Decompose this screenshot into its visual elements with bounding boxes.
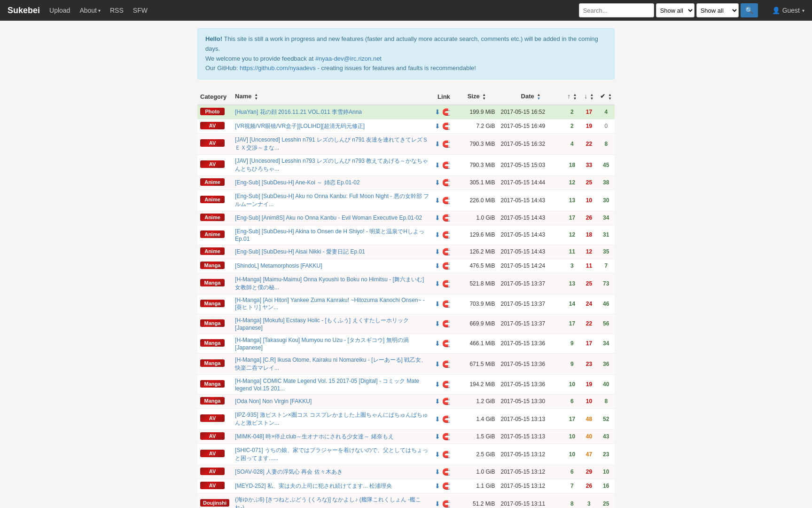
torrent-name-link[interactable]: [H-Manga] [C.R] Ikusa Otome, Kairaku ni … [235, 357, 427, 371]
magnet-icon[interactable]: 🧲 [442, 108, 450, 116]
torrent-name-link[interactable]: [IPZ-935] 激ピストン×圏コス コスプレかました上圏ちゃんにばちゅんばち… [235, 412, 428, 426]
cell-up: 7 [563, 479, 580, 493]
torrent-name-link[interactable]: [JAV] [Uncesored] Lesshin n793 レズのしんび n7… [235, 158, 428, 172]
download-icon[interactable]: ⬇ [435, 280, 440, 287]
cell-category: AV [197, 119, 232, 133]
rss-link[interactable]: RSS [110, 7, 124, 14]
download-icon[interactable]: ⬇ [435, 415, 440, 423]
download-icon[interactable]: ⬇ [435, 140, 440, 148]
download-icon[interactable]: ⬇ [435, 108, 440, 116]
magnet-icon[interactable]: 🧲 [442, 360, 450, 368]
cell-ck: 46 [597, 294, 615, 314]
torrent-name-link[interactable]: [SHIC-071] うちの娘、家ではブラジャーを着けないので、父としてはちょっ… [235, 447, 428, 461]
download-icon[interactable]: ⬇ [435, 262, 440, 270]
cell-dn: 18 [580, 225, 597, 245]
magnet-icon[interactable]: 🧲 [442, 482, 450, 490]
download-icon[interactable]: ⬇ [435, 433, 440, 440]
category-select[interactable]: Show all Art Real Life Anime Manga Games [656, 3, 695, 17]
torrent-name-link[interactable]: [H-Manga] [Mokufu] Ecstasy Holic - [もくふう… [235, 317, 408, 331]
torrent-name-link[interactable]: [Eng-Sub] [SubDesu-H] Akina to Onsen de … [235, 228, 424, 242]
cell-up: 13 [563, 273, 580, 294]
magnet-icon[interactable]: 🧲 [442, 248, 450, 255]
download-icon[interactable]: ⬇ [435, 214, 440, 222]
magnet-icon[interactable]: 🧲 [442, 262, 450, 270]
cell-link: ⬇ 🧲 [432, 105, 455, 119]
about-dropdown[interactable]: About ▾ [79, 7, 101, 14]
filter-select[interactable]: Show all Safe Borderline Adult [696, 3, 739, 17]
download-icon[interactable]: ⬇ [435, 482, 440, 490]
magnet-icon[interactable]: 🧲 [442, 340, 450, 347]
download-icon[interactable]: ⬇ [435, 340, 440, 347]
magnet-icon[interactable]: 🧲 [442, 280, 450, 287]
table-row: Doujinshi (海ゆかぶ6) [きつねとぶどう (くろな)] なかよし♪ … [197, 493, 615, 508]
torrent-name-link[interactable]: [H-Manga] COMIC Mate Legend Vol. 15 2017… [235, 378, 419, 392]
col-header-ck[interactable]: ✔ ▲▼ [597, 89, 615, 105]
magnet-icon[interactable]: 🧲 [442, 320, 450, 327]
download-icon[interactable]: ⬇ [435, 468, 440, 476]
download-icon[interactable]: ⬇ [435, 122, 440, 130]
download-icon[interactable]: ⬇ [435, 248, 440, 255]
col-header-up[interactable]: ↑ ▲▼ [563, 89, 580, 105]
magnet-icon[interactable]: 🧲 [442, 122, 450, 130]
download-icon[interactable]: ⬇ [435, 197, 440, 204]
search-button[interactable]: 🔍 [741, 3, 758, 17]
magnet-icon[interactable]: 🧲 [442, 179, 450, 186]
download-icon[interactable]: ⬇ [435, 161, 440, 169]
download-icon[interactable]: ⬇ [435, 397, 440, 405]
download-icon[interactable]: ⬇ [435, 451, 440, 458]
torrent-name-link[interactable]: [Eng-Sub] [Anim8S] Aku no Onna Kanbu - E… [235, 214, 422, 221]
download-icon[interactable]: ⬇ [435, 381, 440, 388]
torrent-name-link[interactable]: [VR视频/VR眼镜/VR盒子][LOLIHD][超清无码元修正] [235, 123, 365, 129]
magnet-icon[interactable]: 🧲 [442, 197, 450, 204]
download-icon[interactable]: ⬇ [435, 500, 440, 508]
torrent-name-link[interactable]: [H-Manga] [Takasugi Kou] Mumyou no Uzu -… [235, 337, 408, 351]
torrent-name-link[interactable]: [Oda Non] Non Virgin [FAKKU] [235, 398, 312, 405]
magnet-icon[interactable]: 🧲 [442, 381, 450, 388]
col-header-dn[interactable]: ↓ ▲▼ [580, 89, 597, 105]
magnet-icon[interactable]: 🧲 [442, 500, 450, 508]
torrent-name-link[interactable]: [Eng-Sub] [SubDesu-H] Ane-Koi ～ 姉恋 Ep.01… [235, 179, 359, 186]
col-header-name[interactable]: Name ▲▼ [232, 89, 432, 105]
magnet-icon[interactable]: 🧲 [442, 451, 450, 458]
magnet-icon[interactable]: 🧲 [442, 433, 450, 440]
magnet-icon[interactable]: 🧲 [442, 415, 450, 423]
magnet-icon[interactable]: 🧲 [442, 140, 450, 148]
banner-irc-link[interactable]: #nyaa-dev@irc.rizon.net [315, 55, 382, 62]
torrent-name-link[interactable]: [H-Manga] [Aoi Hitori] Yankee Zuma Kanra… [235, 297, 425, 310]
download-icon[interactable]: ⬇ [435, 360, 440, 368]
col-header-date[interactable]: Date ▲▼ [498, 89, 563, 105]
torrent-name-link[interactable]: [ShindoL] Metamorphosis [FAKKU] [235, 262, 322, 269]
magnet-icon[interactable]: 🧲 [442, 231, 450, 238]
download-icon[interactable]: ⬇ [435, 300, 440, 308]
torrent-name-link[interactable]: [HuaYan] 花の顔 2016.11.21 VOL.011 李雪婷Anna [235, 109, 362, 115]
magnet-icon[interactable]: 🧲 [442, 300, 450, 308]
torrent-name-link[interactable]: [SOAV-028] 人妻の浮気心 再会 佐々木あき [235, 468, 342, 475]
magnet-icon[interactable]: 🧲 [442, 397, 450, 405]
download-icon[interactable]: ⬇ [435, 231, 440, 238]
cell-size: 521.8 MiB [455, 273, 498, 294]
cell-up: 17 [563, 314, 580, 333]
magnet-icon[interactable]: 🧲 [442, 468, 450, 476]
torrent-name-link[interactable]: [H-Manga] [Maimu-Maimu] Onna Kyoushi to … [235, 276, 424, 291]
banner-github-link[interactable]: https://github.com/nyaadevs [240, 64, 316, 71]
torrent-name-link[interactable]: [Eng-Sub] [SubDesu-H] Aisai Nikki - 愛妻日記… [235, 248, 365, 255]
torrent-name-link[interactable]: [Eng-Sub] [SubDesu-H] Aku no Onna Kanbu:… [235, 193, 429, 207]
cell-up: 17 [563, 211, 580, 225]
torrent-name-link[interactable]: [JAV] [Uncesored] Lesshin n791 レズのしんび n7… [235, 136, 428, 151]
download-icon[interactable]: ⬇ [435, 179, 440, 186]
cell-link: ⬇ 🧲 [432, 353, 455, 374]
cell-dn: 26 [580, 479, 597, 493]
brand-logo[interactable]: Sukebei [8, 6, 40, 16]
upload-link[interactable]: Upload [49, 7, 70, 14]
download-icon[interactable]: ⬇ [435, 320, 440, 327]
magnet-icon[interactable]: 🧲 [442, 161, 450, 169]
col-header-size[interactable]: Size ▲▼ [455, 89, 498, 105]
search-input[interactable] [579, 3, 654, 17]
magnet-icon[interactable]: 🧲 [442, 214, 450, 222]
torrent-name-link[interactable]: [MEYD-252] 私、実は夫の上司に犯され続けてます... 松浦理央 [235, 483, 392, 489]
torrent-name-link[interactable]: (海ゆかぶ6) [きつねとぶどう (くろな)] なかよし♪ (艦隊これくしょん … [235, 496, 421, 508]
user-menu[interactable]: 👤 Guest ▾ [772, 7, 804, 14]
cell-up: 12 [563, 225, 580, 245]
torrent-name-link[interactable]: [MIMK-048] 時×停止club～生オナホにされる少女達～ 緒奈もえ [235, 433, 394, 440]
sfw-link[interactable]: SFW [133, 7, 148, 14]
